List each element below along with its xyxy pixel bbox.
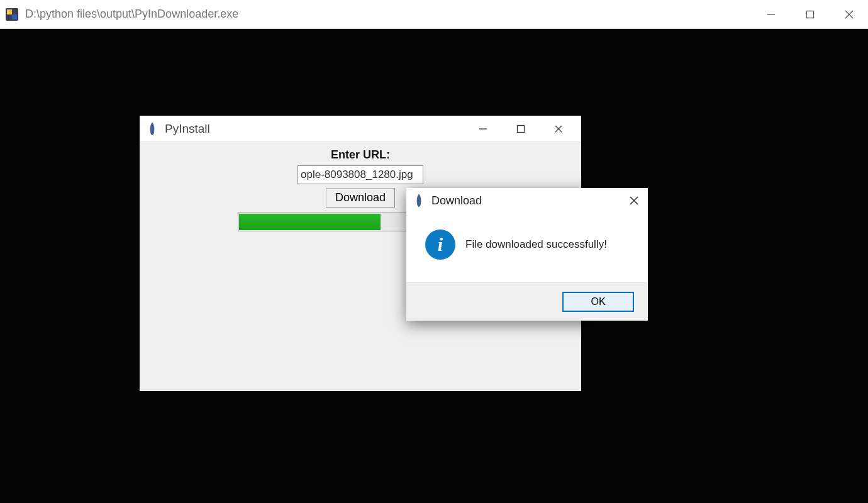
pyinstall-titlebar[interactable]: PyInstall: [140, 116, 581, 142]
minimize-button[interactable]: [764, 7, 779, 22]
maximize-button[interactable]: [803, 7, 818, 22]
info-icon: i: [425, 229, 455, 260]
dialog-close-button[interactable]: [626, 193, 642, 208]
pyinstall-close-button[interactable]: [552, 123, 565, 135]
dialog-footer: OK: [406, 282, 648, 321]
download-button[interactable]: Download: [326, 188, 395, 207]
progress-bar: [238, 213, 433, 231]
dialog-title: Download: [431, 194, 626, 207]
svg-rect-4: [807, 11, 814, 18]
pyinstall-maximize-button[interactable]: [515, 123, 527, 135]
outer-window-title: D:\python files\output\PyInDownloader.ex…: [25, 8, 764, 21]
dialog-body: i File downloaded successfully!: [406, 213, 648, 282]
feather-icon: [146, 121, 159, 136]
dialog-titlebar[interactable]: Download: [406, 188, 648, 213]
outer-window-titlebar: D:\python files\output\PyInDownloader.ex…: [0, 0, 868, 29]
pyinstall-title: PyInstall: [165, 122, 477, 136]
outer-window-controls: [764, 7, 863, 22]
pyinstall-minimize-button[interactable]: [477, 123, 489, 135]
progress-fill: [239, 214, 381, 230]
app-icon: [5, 8, 19, 21]
ok-button[interactable]: OK: [562, 292, 634, 312]
svg-rect-2: [12, 14, 17, 19]
close-button[interactable]: [842, 7, 857, 22]
svg-rect-9: [518, 125, 525, 132]
dialog-message: File downloaded successfully!: [465, 238, 607, 251]
pyinstall-window-controls: [477, 123, 575, 135]
download-dialog: Download i File downloaded successfully!…: [406, 188, 648, 321]
content-area: PyInstall Enter URL: Download: [0, 29, 868, 503]
svg-rect-1: [7, 9, 12, 14]
feather-icon: [413, 193, 425, 208]
url-input[interactable]: [298, 165, 423, 184]
url-label: Enter URL:: [331, 148, 390, 162]
